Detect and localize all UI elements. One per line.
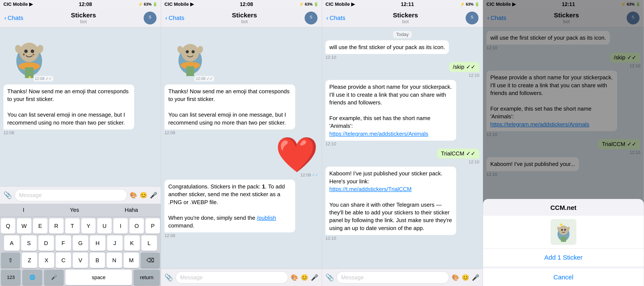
- key-a[interactable]: A: [4, 235, 20, 251]
- key-t[interactable]: T: [65, 218, 80, 234]
- back-button-2[interactable]: ‹ Chats: [165, 14, 184, 21]
- chat-title-2: Stickers: [184, 11, 304, 19]
- skip-bubble-3: /skip ✓✓: [449, 62, 479, 72]
- key-q[interactable]: Q: [1, 218, 15, 234]
- nav-bar-2: ‹ Chats Stickers bot S: [161, 8, 322, 27]
- svg-point-30: [564, 229, 566, 231]
- sticker-icon-2[interactable]: 🎨: [291, 274, 298, 281]
- message-input-3[interactable]: [336, 272, 449, 284]
- key-k[interactable]: K: [124, 235, 140, 251]
- status-icons-2: ⚡ 63% 🔋: [299, 2, 318, 7]
- chat-title-1: Stickers: [23, 11, 144, 19]
- msg-time-3e: 12:10: [326, 236, 336, 241]
- key-row-a: A S D F G H J K L: [1, 235, 160, 251]
- key-n[interactable]: N: [107, 253, 122, 268]
- popup-add-button[interactable]: Add 1 Sticker: [483, 249, 644, 266]
- phone-panel-3: CIC Mobile ▶ 12:11 ⚡ 63% 🔋 ‹ Chats Stick…: [322, 0, 483, 286]
- key-123[interactable]: 123: [1, 270, 20, 285]
- back-label-2[interactable]: Chats: [168, 14, 184, 21]
- chat-area-1: ⭐ 12:08 ✓✓ Thanks! Now send me an emoji …: [0, 27, 161, 186]
- back-label-3[interactable]: Chats: [330, 14, 345, 21]
- key-row-q: Q W E R T Y U I O P: [1, 218, 160, 234]
- key-c[interactable]: C: [56, 253, 71, 268]
- svg-point-17: [186, 50, 189, 53]
- key-s[interactable]: S: [21, 235, 37, 251]
- carrier-1: CIC Mobile ▶: [4, 1, 33, 7]
- suggestion-i[interactable]: I: [23, 207, 24, 213]
- key-u[interactable]: U: [97, 218, 112, 234]
- time-3: 12:11: [401, 1, 414, 7]
- emoji-icon-2[interactable]: 😊: [301, 274, 308, 281]
- mic-icon-3[interactable]: 🎤: [472, 274, 479, 281]
- message-input-1[interactable]: [14, 189, 127, 201]
- key-w[interactable]: W: [17, 218, 31, 234]
- msg-time-2a: 12:08: [164, 130, 175, 135]
- popup-cancel-button[interactable]: Cancel: [483, 269, 644, 286]
- nav-bar-3: ‹ Chats Stickers bot S: [322, 8, 483, 27]
- message-input-2[interactable]: [176, 272, 288, 284]
- key-y[interactable]: Y: [81, 218, 96, 234]
- emoji-icon-3[interactable]: 😊: [462, 274, 469, 281]
- key-h[interactable]: H: [90, 235, 106, 251]
- nav-title-3: Stickers bot: [345, 11, 466, 24]
- msg-row-3b: /skip ✓✓ 12:10: [326, 62, 479, 78]
- key-v[interactable]: V: [73, 253, 88, 268]
- date-badge-3: Today: [393, 31, 412, 38]
- key-g[interactable]: G: [73, 235, 88, 251]
- emoji-icon-1[interactable]: 😊: [140, 192, 147, 199]
- svg-point-28: [559, 226, 568, 235]
- key-i[interactable]: I: [113, 218, 128, 234]
- key-p[interactable]: P: [146, 218, 160, 234]
- attach-icon-1[interactable]: 📎: [4, 191, 12, 199]
- nav-bar-1: ‹ Chats Stickers bot S: [0, 8, 161, 27]
- key-r[interactable]: R: [49, 218, 64, 234]
- key-return[interactable]: return: [134, 270, 160, 285]
- key-x[interactable]: X: [39, 253, 54, 268]
- msg-time-1: 12:08: [4, 130, 14, 135]
- key-z[interactable]: Z: [22, 253, 37, 268]
- key-row-bottom: 123 🌐 🎤 space return: [1, 270, 160, 285]
- key-d[interactable]: D: [38, 235, 54, 251]
- popup-sticker-preview: ⭐: [483, 216, 644, 248]
- back-label-1[interactable]: Chats: [8, 14, 23, 21]
- svg-point-16: [182, 44, 199, 61]
- key-e[interactable]: E: [33, 218, 48, 234]
- sticker-icon-1[interactable]: 🎨: [130, 192, 137, 199]
- key-shift[interactable]: ⇧: [1, 253, 20, 268]
- attach-icon-2[interactable]: 📎: [164, 273, 173, 282]
- svg-rect-34: [561, 237, 566, 242]
- key-j[interactable]: J: [107, 235, 122, 251]
- attach-icon-3[interactable]: 📎: [326, 273, 334, 282]
- key-delete[interactable]: ⌫: [140, 253, 160, 268]
- key-f[interactable]: F: [56, 235, 71, 251]
- suggestion-haha[interactable]: Haha: [125, 207, 138, 213]
- key-b[interactable]: B: [90, 253, 105, 268]
- back-button-3[interactable]: ‹ Chats: [326, 14, 345, 21]
- cat-sticker-2: 12:08 ✓✓: [164, 31, 216, 82]
- msg-bubble-3a: will use the first sticker of your pack …: [326, 40, 449, 54]
- mic-icon-1[interactable]: 🎤: [150, 192, 157, 199]
- key-m[interactable]: M: [124, 253, 139, 268]
- key-o[interactable]: O: [130, 218, 144, 234]
- msg-bubble-1: Thanks! Now send me an emoji that corres…: [4, 84, 134, 129]
- input-bar-1: 📎 🎨 😊 🎤: [0, 186, 161, 204]
- avatar-3[interactable]: S: [466, 11, 478, 24]
- key-globe[interactable]: 🌐: [22, 270, 42, 285]
- popup-sticker-img: ⭐: [550, 219, 576, 245]
- key-mic[interactable]: 🎤: [44, 270, 64, 285]
- back-button-1[interactable]: ‹ Chats: [4, 14, 23, 21]
- svg-point-5: [31, 49, 34, 53]
- key-space[interactable]: space: [66, 270, 132, 285]
- suggestion-yes[interactable]: Yes: [70, 207, 79, 213]
- sticker-icon-3[interactable]: 🎨: [452, 274, 459, 281]
- key-l[interactable]: L: [142, 235, 157, 251]
- avatar-1[interactable]: S: [144, 11, 156, 24]
- mic-icon-2[interactable]: 🎤: [311, 274, 318, 281]
- popup-sheet: CCM.net ⭐ A: [483, 199, 644, 286]
- carrier-2: CIC Mobile ▶: [164, 1, 194, 7]
- svg-point-29: [561, 229, 563, 231]
- avatar-2[interactable]: S: [304, 11, 318, 24]
- phone-panel-2: CIC Mobile ▶ 12:08 ⚡ 63% 🔋 ‹ Chats Stick…: [161, 0, 322, 286]
- nav-title-1: Stickers bot: [23, 11, 144, 24]
- msg-heart-2: ❤️ 12:08 ✓✓: [164, 137, 318, 178]
